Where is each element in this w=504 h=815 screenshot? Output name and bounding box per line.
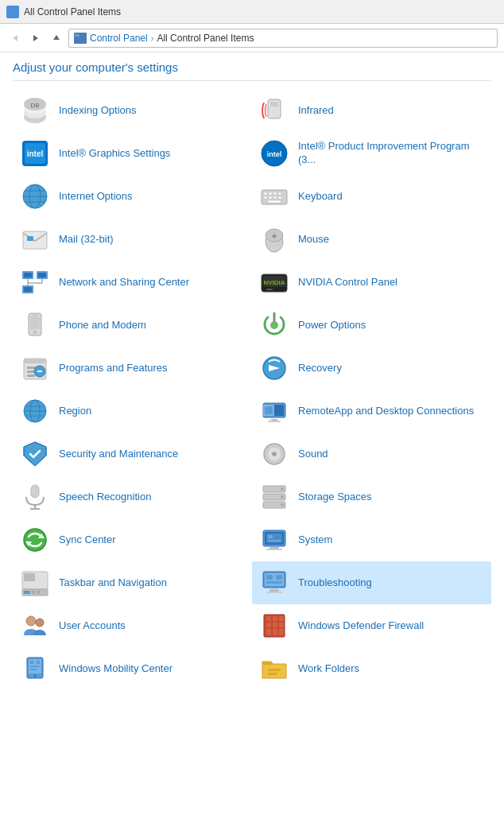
svg-point-118 [36,619,44,627]
label-windows-mobility: Windows Mobility Center [59,662,173,676]
item-storage-spaces[interactable]: Storage Spaces [252,475,491,518]
svg-rect-58 [33,315,37,316]
item-speech-recognition[interactable]: Speech Recognition [13,475,252,518]
svg-text:DB: DB [30,102,39,109]
svg-rect-47 [24,287,32,292]
svg-point-94 [24,529,46,551]
item-power-options[interactable]: Power Options [252,304,491,347]
svg-rect-0 [7,6,12,11]
svg-rect-134 [30,666,40,667]
label-remoteapp: RemoteApp and Desktop Connections [298,405,474,418]
item-system[interactable]: System [252,518,491,561]
icon-recovery [258,352,290,384]
svg-rect-107 [32,591,35,594]
item-programs-features[interactable]: Programs and Features [13,347,252,390]
item-windows-firewall[interactable]: Windows Defender Firewall [252,604,491,647]
label-indexing-options: Indexing Options [59,104,137,118]
breadcrumb-control-panel[interactable]: Control Panel [90,33,148,44]
item-recovery[interactable]: Recovery [252,347,491,390]
svg-rect-137 [268,673,277,675]
breadcrumb-folder-icon [74,33,87,44]
svg-rect-61 [24,359,46,363]
breadcrumb: Control Panel › All Control Panel Items [68,29,498,48]
icon-system [258,524,290,556]
svg-marker-5 [33,35,38,41]
forward-button[interactable] [27,29,45,47]
icon-phone-modem [19,309,51,341]
svg-rect-64 [27,375,35,377]
item-remoteapp[interactable]: RemoteApp and Desktop Connections [252,390,491,433]
icon-mail [19,223,51,255]
label-programs-features: Programs and Features [59,362,168,375]
svg-rect-28 [269,192,272,195]
svg-rect-56 [30,316,40,329]
label-sync-center: Sync Center [59,534,116,547]
item-work-folders[interactable]: Work Folders [252,647,491,690]
svg-point-41 [272,235,277,238]
svg-text:intel: intel [27,149,44,158]
icon-sound [258,438,290,470]
item-taskbar-navigation[interactable]: Taskbar and Navigation [13,561,252,604]
svg-rect-116 [266,592,282,593]
item-troubleshooting[interactable]: Troubleshooting [252,561,491,604]
label-system: System [298,534,332,547]
icon-storage-spaces [258,481,290,513]
label-nvidia: NVIDIA Control Panel [298,276,397,289]
label-network-sharing: Network and Sharing Center [59,276,189,289]
svg-point-92 [281,495,284,499]
svg-marker-6 [53,35,60,40]
item-intel-graphics[interactable]: intel Intel® Graphics Settings [13,132,252,175]
up-button[interactable] [48,29,65,47]
svg-rect-34 [278,196,281,199]
item-sound[interactable]: Sound [252,433,491,475]
item-intel-product[interactable]: intel Intel® Product Improvement Program… [252,132,491,175]
svg-point-84 [273,453,275,455]
label-mouse: Mouse [298,233,329,246]
icon-infrared [258,95,290,126]
label-user-accounts: User Accounts [59,619,126,633]
back-button[interactable] [6,29,24,47]
label-phone-modem: Phone and Modem [59,319,146,332]
svg-rect-124 [273,623,277,627]
svg-rect-128 [279,629,284,635]
svg-rect-125 [279,623,284,627]
svg-rect-102 [268,535,273,538]
item-mouse[interactable]: Mouse [252,218,491,261]
label-troubleshooting: Troubleshooting [298,576,372,590]
svg-rect-8 [75,34,79,37]
icon-work-folders [258,653,290,685]
svg-rect-27 [264,192,267,195]
item-internet-options[interactable]: Internet Options [13,175,252,218]
item-security-maintenance[interactable]: Security and Maintenance [13,433,252,475]
item-network-sharing[interactable]: Network and Sharing Center [13,261,252,304]
breadcrumb-current: All Control Panel Items [157,33,254,44]
svg-rect-32 [269,196,272,199]
svg-rect-114 [266,581,282,584]
item-windows-mobility[interactable]: Windows Mobility Center [13,647,252,690]
item-mail[interactable]: Mail (32-bit) [13,218,252,261]
icon-intel-graphics: intel [19,138,51,169]
svg-rect-85 [31,485,39,498]
item-nvidia[interactable]: NVIDIA NVIDIA Control Panel [252,261,491,304]
svg-rect-76 [265,406,273,414]
svg-rect-108 [37,591,40,594]
title-bar-icon [6,6,19,18]
svg-rect-120 [266,616,271,621]
label-mail: Mail (32-bit) [59,233,114,246]
svg-rect-135 [30,669,37,670]
item-sync-center[interactable]: Sync Center [13,518,252,561]
item-indexing-options[interactable]: DB Indexing Options [13,89,252,132]
svg-rect-103 [268,540,281,541]
label-intel-graphics: Intel® Graphics Settings [59,147,170,161]
item-infrared[interactable]: Infrared [252,89,491,132]
item-region[interactable]: Region [13,390,252,433]
item-user-accounts[interactable]: User Accounts [13,604,252,647]
svg-text:NVIDIA: NVIDIA [263,279,285,286]
icon-security-maintenance [19,438,51,470]
item-keyboard[interactable]: Keyboard [252,175,491,218]
svg-rect-37 [27,236,33,241]
items-grid: DB Indexing Options Infrared intel Intel… [13,89,491,690]
svg-rect-106 [24,591,30,594]
item-phone-modem[interactable]: Phone and Modem [13,304,252,347]
svg-rect-33 [273,196,277,199]
